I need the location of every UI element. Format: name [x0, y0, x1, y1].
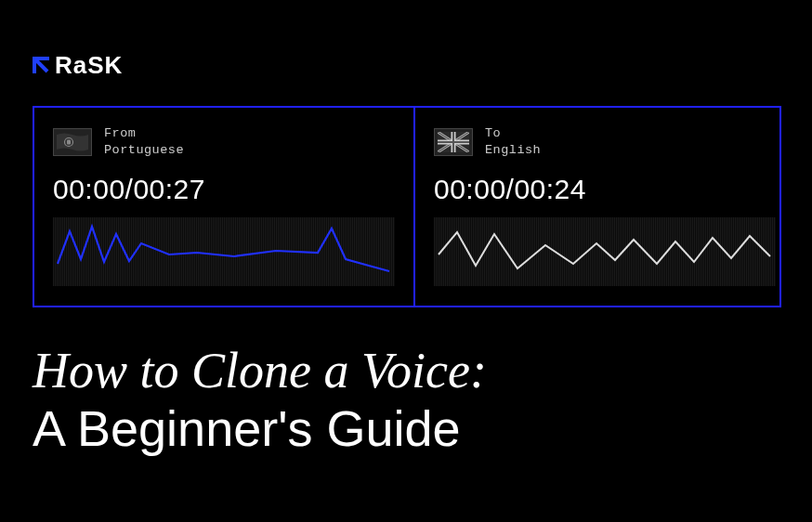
svg-rect-1 — [67, 139, 71, 144]
source-panel: From Portuguese 00:00/00:27 — [34, 108, 415, 306]
target-waveform — [434, 217, 776, 286]
target-language-name: English — [485, 142, 541, 159]
headline-line2: A Beginner's Guide — [33, 399, 779, 457]
target-direction-label: To — [485, 125, 541, 142]
target-language-text: To English — [485, 125, 541, 158]
headline-line1: How to Clone a Voice: — [33, 342, 779, 399]
source-waveform — [53, 217, 395, 286]
uk-flag-icon — [434, 128, 473, 156]
source-direction-label: From — [104, 125, 184, 142]
target-time: 00:00/00:24 — [434, 174, 776, 205]
target-panel: To English 00:00/00:24 — [415, 108, 794, 306]
source-language-text: From Portuguese — [104, 125, 184, 158]
brand-name: RaSK — [55, 51, 123, 80]
arrow-icon — [33, 57, 51, 75]
source-flag-row: From Portuguese — [53, 125, 395, 158]
translation-panels: From Portuguese 00:00/00:27 T — [33, 106, 781, 307]
brand-logo: RaSK — [33, 51, 123, 80]
portuguese-flag-icon — [53, 128, 92, 156]
headline: How to Clone a Voice: A Beginner's Guide — [33, 342, 779, 457]
target-flag-row: To English — [434, 125, 776, 158]
source-language-name: Portuguese — [104, 142, 184, 159]
source-time: 00:00/00:27 — [53, 174, 395, 205]
